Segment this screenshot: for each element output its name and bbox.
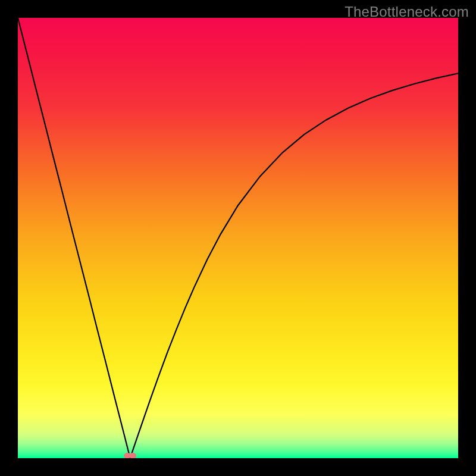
chart-canvas — [18, 18, 458, 458]
plot-area — [18, 18, 458, 458]
watermark-text: TheBottleneck.com — [345, 4, 469, 20]
gradient-background — [18, 18, 458, 458]
